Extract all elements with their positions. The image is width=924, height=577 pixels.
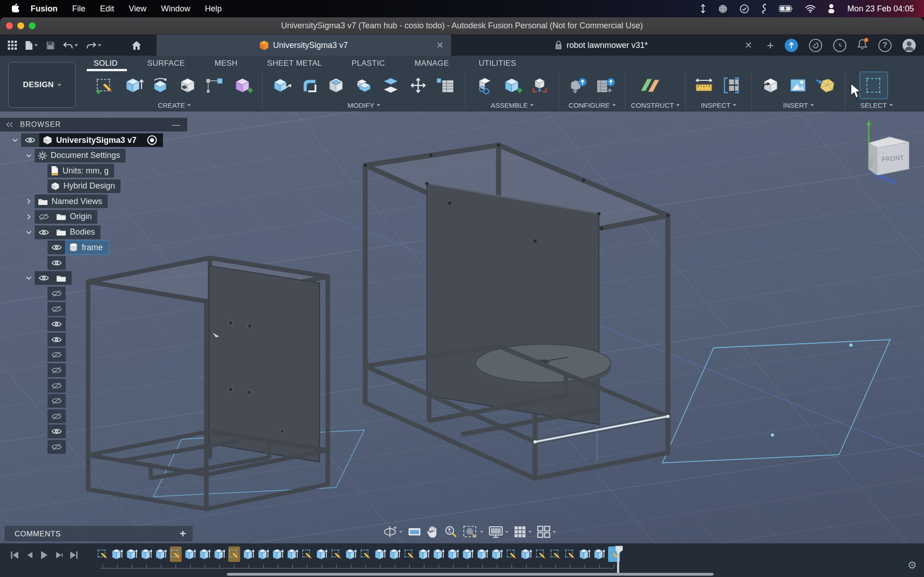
skip-to-end-button[interactable] bbox=[69, 551, 79, 560]
ribbon-group-label[interactable]: ASSEMBLE bbox=[471, 100, 553, 109]
comments-bar[interactable]: COMMENTS + bbox=[5, 526, 193, 541]
timeline-feature-extrude-35[interactable] bbox=[593, 546, 605, 562]
visibility-eye-off-icon[interactable] bbox=[47, 379, 66, 393]
timeline-feature-sketch-33[interactable] bbox=[564, 546, 576, 562]
visibility-eye-off-icon[interactable] bbox=[35, 210, 53, 224]
ribbon-tab-sheet-metal[interactable]: SHEET METAL bbox=[267, 58, 322, 69]
viewcube[interactable]: FRONT LEFT bbox=[866, 121, 909, 184]
timeline-feature-extrude-16[interactable] bbox=[316, 546, 328, 562]
ribbon-tab-plastic[interactable]: PLASTIC bbox=[352, 58, 385, 69]
ribbon-tab-mesh[interactable]: MESH bbox=[215, 58, 237, 69]
tree-item[interactable]: UniversitySigma3 v7 bbox=[39, 133, 163, 147]
visibility-eye-icon[interactable] bbox=[47, 317, 66, 331]
zoom-tool[interactable] bbox=[444, 525, 458, 539]
browser-row-units-mm-g[interactable]: Units: mm, g bbox=[0, 164, 187, 178]
browser-row-bodies[interactable]: Bodies bbox=[0, 226, 187, 239]
fit-tool[interactable] bbox=[462, 525, 483, 539]
browser-row[interactable] bbox=[0, 394, 187, 408]
tree-item[interactable] bbox=[53, 271, 72, 285]
visibility-eye-off-icon[interactable] bbox=[47, 302, 66, 316]
globe-icon[interactable] bbox=[718, 4, 728, 14]
job-status-icon[interactable] bbox=[809, 39, 822, 52]
menu-view[interactable]: View bbox=[121, 4, 154, 13]
chevron-right-icon[interactable] bbox=[23, 198, 35, 205]
history-clock-icon[interactable] bbox=[833, 39, 846, 52]
browser-row-named-views[interactable]: Named Views bbox=[0, 194, 187, 208]
config-table-button[interactable] bbox=[592, 72, 620, 99]
select-button[interactable] bbox=[860, 72, 887, 99]
save-icon[interactable] bbox=[44, 39, 57, 52]
tree-item[interactable]: Bodies bbox=[53, 226, 100, 239]
timeline-feature-extrude-12[interactable] bbox=[257, 546, 269, 562]
ribbon-group-label[interactable]: CONFIGURE bbox=[565, 100, 620, 109]
ribbon-tab-surface[interactable]: SURFACE bbox=[147, 58, 185, 69]
construction-plane-button[interactable] bbox=[631, 72, 667, 99]
step-back-button[interactable] bbox=[26, 551, 33, 560]
user-switch-icon[interactable] bbox=[827, 4, 835, 14]
hole-button[interactable] bbox=[174, 72, 202, 99]
timeline-feature-extrude-28[interactable] bbox=[491, 546, 503, 562]
ribbon-group-label[interactable]: CONSTRUCT bbox=[631, 100, 680, 109]
battery-charging-icon[interactable] bbox=[779, 5, 793, 12]
browser-row-document-settings[interactable]: Document Settings bbox=[0, 149, 187, 163]
browser-row[interactable] bbox=[0, 379, 187, 393]
chevron-down-icon[interactable] bbox=[23, 230, 35, 235]
browser-row-universitysigma3-v7[interactable]: UniversitySigma3 v7 bbox=[0, 133, 187, 147]
visibility-eye-icon[interactable] bbox=[21, 133, 39, 147]
notifications-bell-icon[interactable] bbox=[857, 39, 867, 52]
timeline-feature-sketch-1[interactable] bbox=[97, 546, 109, 562]
press-pull-button[interactable] bbox=[268, 72, 295, 99]
ribbon-tab-utilities[interactable]: UTILITIES bbox=[479, 58, 516, 69]
tree-item[interactable]: Hybrid Design bbox=[47, 179, 121, 193]
redo-icon[interactable] bbox=[84, 40, 104, 51]
visibility-eye-icon[interactable] bbox=[35, 271, 53, 285]
browser-row[interactable] bbox=[0, 302, 187, 316]
activate-radio-icon[interactable] bbox=[147, 135, 158, 146]
chevron-down-icon[interactable] bbox=[23, 276, 35, 280]
timeline-feature-extrude-9[interactable] bbox=[214, 546, 226, 562]
timeline-playhead[interactable] bbox=[614, 546, 624, 577]
visibility-eye-off-icon[interactable] bbox=[47, 440, 66, 454]
measure-button[interactable] bbox=[691, 72, 719, 99]
minimize-panel-icon[interactable]: — bbox=[172, 120, 181, 130]
browser-row[interactable] bbox=[0, 363, 187, 377]
section-analysis-button[interactable] bbox=[719, 72, 746, 99]
ribbon-group-label[interactable]: SELECT bbox=[860, 100, 892, 109]
menu-help[interactable]: Help bbox=[198, 4, 229, 13]
ribbon-group-label[interactable]: INSERT bbox=[757, 100, 840, 109]
visibility-eye-icon[interactable] bbox=[47, 241, 66, 254]
browser-row[interactable] bbox=[0, 333, 187, 346]
timeline-feature-extrude-30[interactable] bbox=[520, 546, 532, 562]
create-form-button[interactable] bbox=[229, 72, 257, 99]
timeline-feature-extrude-11[interactable] bbox=[243, 546, 255, 562]
apple-icon[interactable] bbox=[12, 3, 20, 15]
timeline-feature-extrude-20[interactable] bbox=[374, 546, 386, 562]
menu-fusion[interactable]: Fusion bbox=[23, 4, 65, 13]
skip-to-start-button[interactable] bbox=[10, 551, 19, 560]
browser-row-frame[interactable]: frame bbox=[0, 241, 187, 254]
timeline-feature-extrude-23[interactable] bbox=[418, 546, 430, 562]
browser-row[interactable] bbox=[0, 425, 187, 438]
grid-settings[interactable] bbox=[514, 525, 532, 538]
tree-item[interactable]: Named Views bbox=[35, 194, 108, 208]
browser-row[interactable] bbox=[0, 256, 187, 270]
shortcuts-icon[interactable] bbox=[761, 4, 767, 14]
ribbon-group-label[interactable]: CREATE bbox=[92, 100, 257, 109]
tree-item[interactable]: Units: mm, g bbox=[47, 164, 114, 178]
tree-item[interactable]: Origin bbox=[53, 210, 97, 224]
new-document-icon[interactable] bbox=[23, 39, 40, 52]
timeline-feature-sketch-31[interactable] bbox=[535, 546, 547, 562]
timeline-feature-extrude-3[interactable] bbox=[126, 546, 138, 562]
chevron-right-icon[interactable] bbox=[23, 214, 35, 220]
help-icon[interactable]: ? bbox=[878, 39, 892, 52]
configure-button[interactable] bbox=[565, 72, 592, 99]
ribbon-group-label[interactable]: INSPECT bbox=[691, 100, 746, 109]
timeline-feature-sketch-19[interactable] bbox=[360, 546, 372, 562]
step-forward-button[interactable] bbox=[55, 551, 63, 560]
browser-row[interactable] bbox=[0, 287, 187, 300]
visibility-eye-off-icon[interactable] bbox=[47, 348, 66, 362]
timeline-feature-sketch-22[interactable] bbox=[404, 546, 415, 562]
timeline-feature-extrude-14[interactable] bbox=[287, 546, 299, 562]
check-circle-icon[interactable] bbox=[740, 4, 749, 14]
visibility-eye-icon[interactable] bbox=[35, 226, 53, 239]
